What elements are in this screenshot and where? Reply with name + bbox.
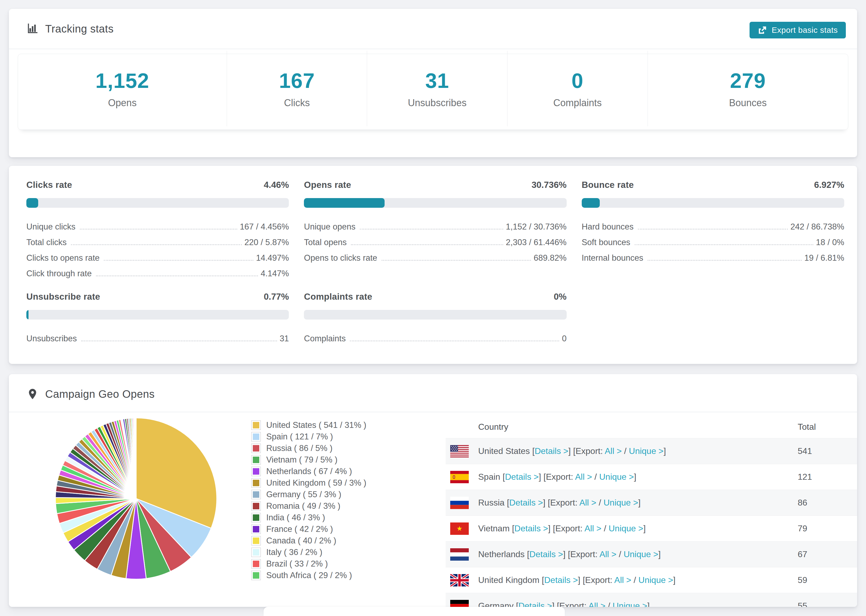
- geo-opens-header: Campaign Geo Opens: [26, 374, 155, 414]
- geo-opens-title: Campaign Geo Opens: [45, 388, 155, 400]
- complaints-label: Complaints: [553, 97, 601, 108]
- stat-row: Unsubscribes31: [26, 328, 289, 343]
- bounce-rate-block: Bounce rate 6.927% Hard bounces242 / 86.…: [582, 180, 844, 278]
- complaints-rate-bar: [304, 310, 567, 319]
- legend-item: Germany ( 55 / 3% ): [251, 489, 366, 500]
- details-link[interactable]: Details >: [509, 498, 543, 508]
- country-name: Germany: [478, 601, 514, 607]
- total-value: 79: [798, 523, 808, 533]
- legend-item: United States ( 541 / 31% ): [251, 419, 366, 431]
- stat-row: Total opens2,303 / 61.446%: [304, 231, 567, 247]
- legend-item: Netherlands ( 67 / 4% ): [251, 465, 366, 477]
- export-unique-link[interactable]: Unique >: [629, 446, 663, 456]
- stat-row: Click through rate4.147%: [26, 262, 289, 278]
- table-header: Country Total: [446, 416, 857, 438]
- opens-rate-title: Opens rate: [304, 180, 351, 190]
- summary-bounces: 279 Bounces: [648, 51, 848, 126]
- bar-chart-icon: [26, 23, 39, 35]
- legend-swatch: [251, 467, 261, 476]
- stat-row: Complaints0: [304, 328, 567, 343]
- table-row: Netherlands [Details >] [Export: All > /…: [446, 541, 857, 567]
- unsubscribe-rate-value: 0.77%: [264, 292, 289, 302]
- stat-row: Unique clicks167 / 4.456%: [26, 216, 289, 231]
- legend-swatch: [251, 432, 261, 442]
- flag-vietnam-icon: [450, 522, 469, 535]
- opens-rate-value: 30.736%: [531, 180, 567, 190]
- export-all-link[interactable]: All >: [614, 575, 631, 585]
- legend-item: Vietnam ( 79 / 5% ): [251, 454, 366, 465]
- legend-item: Russia ( 86 / 5% ): [251, 442, 366, 454]
- bounces-label: Bounces: [729, 97, 767, 108]
- opens-count: 1,152: [96, 69, 149, 93]
- legend-swatch: [251, 478, 261, 488]
- legend-swatch: [251, 455, 261, 465]
- clicks-rate-title: Clicks rate: [26, 180, 72, 190]
- details-link[interactable]: Details >: [535, 446, 568, 456]
- export-all-link[interactable]: All >: [600, 549, 616, 559]
- export-unique-link[interactable]: Unique >: [603, 498, 638, 508]
- details-link[interactable]: Details >: [518, 601, 552, 607]
- opens-rate-bar: [304, 198, 567, 208]
- stat-row: Total clicks220 / 5.87%: [26, 231, 289, 247]
- summary-unsubscribes: 31 Unsubscribes: [367, 51, 507, 126]
- unsubscribes-count: 31: [425, 69, 449, 93]
- legend-swatch: [251, 501, 261, 511]
- legend-item: Romania ( 49 / 3% ): [251, 500, 366, 512]
- geo-opens-table: Country Total United States [Details >] …: [446, 416, 857, 607]
- total-value: 55: [798, 601, 808, 607]
- export-unique-link[interactable]: Unique >: [612, 601, 647, 607]
- clicks-label: Clicks: [284, 97, 310, 108]
- export-all-link[interactable]: All >: [584, 523, 601, 533]
- country-name: Spain: [478, 472, 500, 482]
- complaints-rate-value: 0%: [554, 292, 567, 302]
- legend-swatch: [251, 536, 261, 545]
- table-row: Germany [Details >] [Export: All > / Uni…: [446, 593, 857, 607]
- export-unique-link[interactable]: Unique >: [609, 523, 643, 533]
- export-unique-link[interactable]: Unique >: [599, 472, 634, 482]
- export-all-link[interactable]: All >: [605, 446, 622, 456]
- details-link[interactable]: Details >: [505, 472, 539, 482]
- rates-card: Clicks rate 4.46% Unique clicks167 / 4.4…: [9, 166, 857, 364]
- legend-item: Spain ( 121 / 7% ): [251, 431, 366, 442]
- export-unique-link[interactable]: Unique >: [638, 575, 673, 585]
- stat-row: Opens to clicks rate689.82%: [304, 247, 567, 262]
- country-column-header: Country: [478, 422, 508, 432]
- details-link[interactable]: Details >: [529, 549, 563, 559]
- bounce-rate-title: Bounce rate: [582, 180, 634, 190]
- country-name: Vietnam: [478, 523, 510, 533]
- summary-stats-box: 1,152 Opens 167 Clicks 31 Unsubscribes 0…: [18, 54, 848, 130]
- map-pin-icon: [26, 388, 39, 400]
- complaints-rate-title: Complaints rate: [304, 292, 372, 302]
- legend-item: Brazil ( 33 / 2% ): [251, 558, 366, 569]
- export-all-link[interactable]: All >: [589, 601, 605, 607]
- legend-item: Canada ( 40 / 2% ): [251, 535, 366, 546]
- total-value: 59: [798, 575, 808, 585]
- summary-opens: 1,152 Opens: [18, 51, 227, 126]
- legend-item: India ( 46 / 3% ): [251, 512, 366, 523]
- clicks-rate-bar: [26, 198, 289, 208]
- export-basic-stats-button[interactable]: Export basic stats: [749, 22, 846, 38]
- export-unique-link[interactable]: Unique >: [624, 549, 658, 559]
- legend-swatch: [251, 443, 261, 453]
- details-link[interactable]: Details >: [544, 575, 578, 585]
- stat-row: Hard bounces242 / 86.738%: [582, 216, 844, 231]
- next-card-edge: [264, 607, 565, 616]
- header-divider: [9, 49, 857, 49]
- export-all-link[interactable]: All >: [575, 472, 592, 482]
- unsubscribe-rate-block: Unsubscribe rate 0.77% Unsubscribes31: [26, 292, 289, 343]
- details-link[interactable]: Details >: [515, 523, 548, 533]
- complaints-count: 0: [572, 69, 583, 93]
- flag-netherlands-icon: [450, 548, 469, 561]
- flag-germany-icon: [450, 600, 469, 607]
- bounces-count: 279: [730, 69, 766, 93]
- country-name: Russia: [478, 498, 505, 508]
- export-all-link[interactable]: All >: [579, 498, 596, 508]
- total-column-header: Total: [798, 422, 816, 432]
- stat-row: Clicks to opens rate14.497%: [26, 247, 289, 262]
- flag-spain-icon: [450, 471, 469, 483]
- total-value: 86: [798, 498, 808, 508]
- flag-united-kingdom-icon: [450, 574, 469, 586]
- stat-row: Internal bounces19 / 6.81%: [582, 247, 844, 262]
- legend-swatch: [251, 559, 261, 569]
- tracking-stats-header: Tracking stats: [26, 9, 113, 49]
